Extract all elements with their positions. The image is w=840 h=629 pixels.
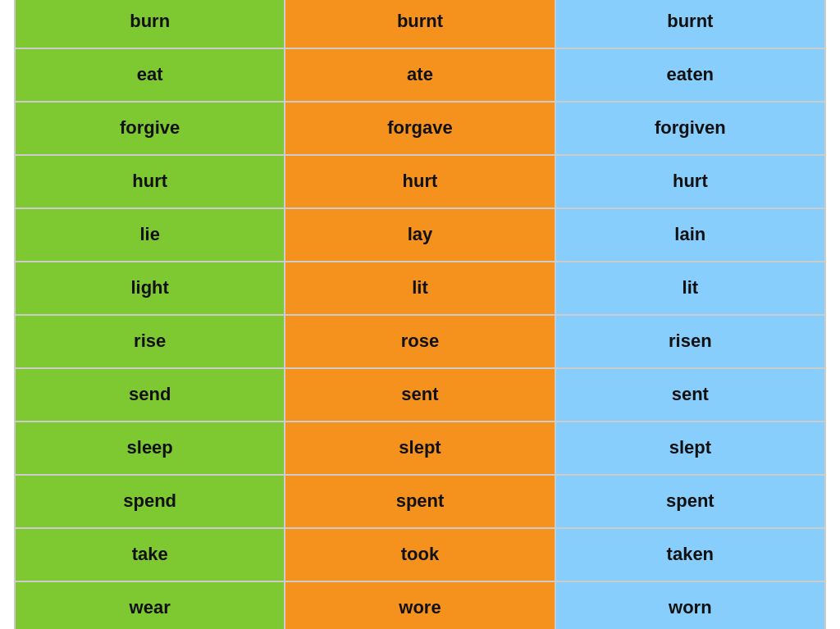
base-form-cell: eat	[16, 49, 285, 101]
table-row: riseroserisen	[16, 316, 824, 369]
table-row: eatateeaten	[16, 49, 824, 103]
verb-table: burnburntburnteatateeatenforgiveforgavef…	[14, 0, 826, 629]
base-form-cell: hurt	[16, 156, 285, 207]
past-participle-cell: risen	[556, 316, 824, 367]
past-participle-cell: burnt	[556, 0, 824, 48]
past-participle-cell: forgiven	[556, 103, 824, 154]
table-row: sleepsleptslept	[16, 422, 824, 476]
past-simple-cell: sent	[285, 369, 555, 421]
table-row: sendsentsent	[16, 369, 824, 422]
past-participle-cell: hurt	[556, 156, 824, 207]
past-participle-cell: sent	[556, 369, 824, 421]
past-simple-cell: burnt	[285, 0, 555, 48]
base-form-cell: burn	[16, 0, 285, 48]
table-row: lielaylain	[16, 209, 824, 262]
past-participle-cell: eaten	[556, 49, 824, 101]
table-row: forgiveforgaveforgiven	[16, 103, 824, 156]
past-simple-cell: slept	[285, 422, 555, 474]
past-simple-cell: spent	[285, 476, 555, 527]
table-row: wearworeworn	[16, 582, 824, 630]
past-participle-cell: spent	[556, 476, 824, 527]
past-participle-cell: taken	[556, 529, 824, 581]
base-form-cell: lie	[16, 209, 285, 261]
past-participle-cell: slept	[556, 422, 824, 474]
table-row: hurthurthurt	[16, 156, 824, 209]
base-form-cell: send	[16, 369, 285, 421]
base-form-cell: forgive	[16, 103, 285, 154]
past-simple-cell: ate	[285, 49, 555, 101]
base-form-cell: spend	[16, 476, 285, 527]
table-row: spendspentspent	[16, 476, 824, 529]
base-form-cell: rise	[16, 316, 285, 367]
table-row: lightlitlit	[16, 262, 824, 316]
past-participle-cell: lain	[556, 209, 824, 261]
past-simple-cell: lay	[285, 209, 555, 261]
past-participle-cell: lit	[556, 262, 824, 314]
base-form-cell: sleep	[16, 422, 285, 474]
past-simple-cell: took	[285, 529, 555, 581]
past-simple-cell: lit	[285, 262, 555, 314]
table-row: burnburntburnt	[16, 0, 824, 49]
past-simple-cell: hurt	[285, 156, 555, 207]
table-row: taketooktaken	[16, 529, 824, 582]
base-form-cell: wear	[16, 582, 285, 630]
base-form-cell: light	[16, 262, 285, 314]
past-simple-cell: rose	[285, 316, 555, 367]
base-form-cell: take	[16, 529, 285, 581]
past-participle-cell: worn	[556, 582, 824, 630]
past-simple-cell: forgave	[285, 103, 555, 154]
past-simple-cell: wore	[285, 582, 555, 630]
